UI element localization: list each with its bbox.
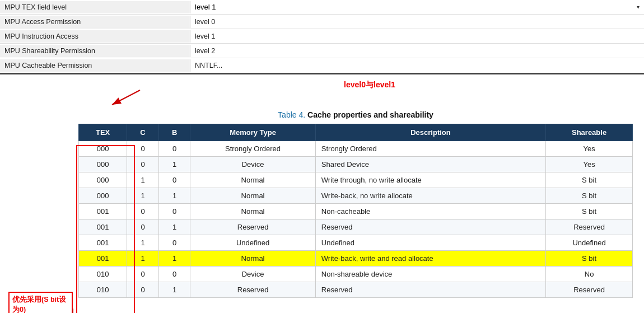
table-row: 01001ReservedReservedReserved	[79, 282, 633, 298]
table-prefix: Table 4.	[278, 110, 305, 119]
table-cell-7-0: 001	[79, 251, 127, 267]
table-cell-6-5: Undefined	[546, 235, 633, 251]
table-cell-2-5: S bit	[546, 172, 633, 188]
table-row: 00010NormalWrite through, no write alloc…	[79, 172, 633, 188]
table-cell-6-2: 0	[158, 235, 190, 251]
config-label-shareability: MPU Shareability Permission	[0, 45, 190, 57]
main-content: level0与level1 Table 4. Cache properties …	[0, 74, 644, 303]
table-cell-0-4: Strongly Ordered	[315, 141, 545, 157]
table-cell-8-1: 0	[127, 267, 159, 282]
th-memtype: Memory Type	[190, 124, 315, 141]
table-cell-7-4: Write-back, write and read allocate	[315, 251, 545, 267]
table-cell-9-4: Reserved	[315, 282, 545, 298]
table-cell-0-5: Yes	[546, 141, 633, 157]
table-cell-1-3: Device	[190, 157, 315, 172]
config-label-tex: MPU TEX field level	[0, 1, 190, 13]
th-tex: TEX	[79, 124, 127, 141]
config-label-cacheable: MPU Cacheable Permission	[0, 59, 190, 72]
table-cell-7-5: S bit	[546, 251, 633, 267]
table-header-row: TEX C B Memory Type Description Shareabl…	[79, 124, 633, 141]
config-label-instruction: MPU Instruction Access	[0, 30, 190, 43]
table-cell-9-5: Reserved	[546, 282, 633, 298]
config-value-tex: level 1	[195, 3, 216, 11]
dropdown-arrow-icon: ▾	[637, 4, 640, 10]
config-dropdown-tex[interactable]: level 1 ▾	[190, 1, 644, 13]
left-annotation-box: 优先采用(S bit设为0)	[8, 292, 73, 313]
table-cell-6-3: Undefined	[190, 235, 315, 251]
table-cell-6-0: 001	[79, 235, 127, 251]
table-row: 00101ReservedReservedReserved	[79, 219, 633, 235]
table-cell-2-1: 1	[127, 172, 159, 188]
table-row: 01000DeviceNon-shareable deviceNo	[79, 267, 633, 282]
table-cell-1-0: 000	[79, 157, 127, 172]
left-annotation-arrow	[67, 309, 78, 313]
config-row-access: MPU Access Permission level 0	[0, 15, 644, 29]
table-cell-5-4: Reserved	[315, 219, 545, 235]
table-cell-1-2: 1	[158, 157, 190, 172]
config-row-tex: MPU TEX field level level 1 ▾	[0, 0, 644, 15]
table-cell-4-0: 001	[79, 204, 127, 219]
th-b: B	[158, 124, 190, 141]
th-shareable: Shareable	[546, 124, 633, 141]
table-title: Table 4. Cache properties and shareabili…	[78, 110, 633, 119]
table-cell-1-5: Yes	[546, 157, 633, 172]
table-cell-3-4: Write-back, no write allocate	[315, 188, 545, 204]
config-value-shareability: level 2	[190, 45, 644, 57]
table-row: 00011NormalWrite-back, no write allocate…	[79, 188, 633, 204]
table-cell-1-4: Shared Device	[315, 157, 545, 172]
table-wrapper: 优先采用(S bit设为0) TEX C B Memory Type Descr…	[78, 124, 633, 298]
table-row: 00110UndefinedUndefinedUndefined	[79, 235, 633, 251]
table-cell-3-3: Normal	[190, 188, 315, 204]
table-suffix: Cache properties and shareability	[307, 110, 433, 119]
config-row-cacheable: MPU Cacheable Permission NNTLF...	[0, 58, 644, 73]
table-cell-4-1: 0	[127, 204, 159, 219]
table-cell-6-1: 1	[127, 235, 159, 251]
table-row: 00000Strongly OrderedStrongly OrderedYes	[79, 141, 633, 157]
table-cell-2-3: Normal	[190, 172, 315, 188]
table-cell-7-3: Normal	[190, 251, 315, 267]
config-value-instruction: level 1	[190, 30, 644, 43]
table-cell-8-4: Non-shareable device	[315, 267, 545, 282]
table-cell-9-2: 1	[158, 282, 190, 298]
red-annotation-text: level0与level1	[106, 80, 633, 90]
table-cell-4-3: Normal	[190, 204, 315, 219]
table-cell-5-1: 0	[127, 219, 159, 235]
table-cell-5-5: Reserved	[546, 219, 633, 235]
table-cell-5-3: Reserved	[190, 219, 315, 235]
config-label-access: MPU Access Permission	[0, 16, 190, 28]
config-panel: MPU TEX field level level 1 ▾ MPU Access…	[0, 0, 644, 74]
top-arrow-svg	[106, 89, 174, 107]
table-cell-5-0: 001	[79, 219, 127, 235]
table-cell-8-5: No	[546, 267, 633, 282]
table-cell-2-2: 0	[158, 172, 190, 188]
table-cell-9-0: 010	[79, 282, 127, 298]
table-cell-4-4: Non-cacheable	[315, 204, 545, 219]
table-cell-3-2: 1	[158, 188, 190, 204]
svg-line-1	[112, 90, 140, 105]
table-cell-7-1: 1	[127, 251, 159, 267]
config-value-cacheable: NNTLF...	[190, 59, 644, 72]
table-cell-9-1: 0	[127, 282, 159, 298]
table-cell-8-2: 0	[158, 267, 190, 282]
table-cell-8-0: 010	[79, 267, 127, 282]
table-cell-5-2: 1	[158, 219, 190, 235]
table-cell-7-2: 1	[158, 251, 190, 267]
annotation-area: level0与level1	[6, 80, 633, 107]
table-cell-0-1: 0	[127, 141, 159, 157]
table-cell-3-0: 000	[79, 188, 127, 204]
config-row-instruction: MPU Instruction Access level 1	[0, 29, 644, 44]
table-cell-0-2: 0	[158, 141, 190, 157]
table-cell-2-0: 000	[79, 172, 127, 188]
table-cell-0-3: Strongly Ordered	[190, 141, 315, 157]
table-cell-0-0: 000	[79, 141, 127, 157]
config-row-shareability: MPU Shareability Permission level 2	[0, 44, 644, 58]
table-cell-1-1: 0	[127, 157, 159, 172]
table-row: 00001DeviceShared DeviceYes	[79, 157, 633, 172]
table-cell-8-3: Device	[190, 267, 315, 282]
table-row: 00111NormalWrite-back, write and read al…	[79, 251, 633, 267]
cache-properties-table: TEX C B Memory Type Description Shareabl…	[78, 124, 633, 298]
table-row: 00100NormalNon-cacheableS bit	[79, 204, 633, 219]
table-cell-4-2: 0	[158, 204, 190, 219]
th-c: C	[127, 124, 159, 141]
table-cell-3-5: S bit	[546, 188, 633, 204]
